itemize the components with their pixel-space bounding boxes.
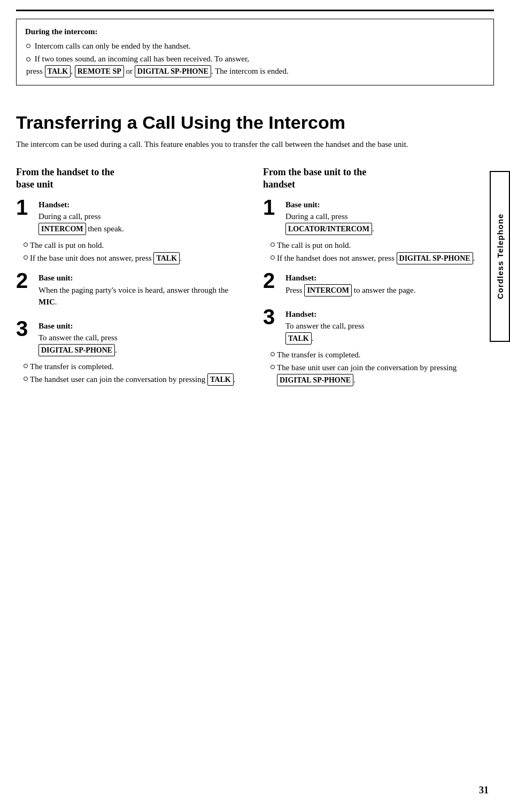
talk-key-s3: TALK <box>207 373 234 386</box>
notice-bullet-2-text: If two tones sound, an incoming call has… <box>26 54 289 75</box>
notice-bullet-2: If two tones sound, an incoming call has… <box>25 53 485 77</box>
sidebar-label: Cordless Telephone <box>490 171 510 342</box>
page-number: 31 <box>479 785 489 796</box>
step-1-bullet-1-text: The call is put on hold. <box>30 239 104 252</box>
right-step-1-subbullets: The call is put on hold. If the handset … <box>263 239 494 265</box>
intercom-key-r2: INTERCOM <box>304 284 352 296</box>
right-step-1-content: Base unit: During a call, press LOCATOR/… <box>285 199 494 235</box>
step-3-subbullets: The transfer is completed. The handset u… <box>16 361 247 386</box>
digital-sp-phone-key-s3: DIGITAL SP-PHONE <box>38 344 115 356</box>
step-1-label: Handset: <box>38 200 69 209</box>
right-step-3-bullet-2: The base unit user can join the conversa… <box>271 362 494 386</box>
bullet-icon-2 <box>24 255 28 260</box>
right-step-3-bullet-1: The transfer is completed. <box>271 349 494 361</box>
bullet-icon-3 <box>24 364 28 368</box>
step-1-bullet-2-text: If the base unit does not answer, press … <box>30 252 182 264</box>
intro-text: The intercom can be used during a call. … <box>16 138 494 151</box>
right-step-number-2: 2 <box>263 270 279 291</box>
left-step-3: 3 Base unit: To answer the call, press D… <box>16 320 247 356</box>
step-2-label: Base unit: <box>38 274 73 282</box>
digital-sp-phone-key: DIGITAL SP-PHONE <box>135 65 211 77</box>
right-step-1-bullet-2: If the handset does not answer, press DI… <box>271 252 494 264</box>
right-step-1-bullet-1-text: The call is put on hold. <box>277 239 351 252</box>
talk-key-r3: TALK <box>285 332 312 345</box>
step-number-1: 1 <box>16 197 32 218</box>
step-1-bullet-1: The call is put on hold. <box>24 239 247 252</box>
right-step-3-bullet-2-text: The base unit user can join the conversa… <box>277 362 494 386</box>
right-step-number-1: 1 <box>263 197 279 218</box>
step-3-bullet-1-text: The transfer is completed. <box>30 361 114 373</box>
right-step-3-subbullets: The transfer is completed. The base unit… <box>263 349 494 386</box>
bullet-circle-icon-2 <box>26 57 30 61</box>
notice-bullet-1: Intercom calls can only be ended by the … <box>25 40 485 52</box>
digital-sp-phone-key-r3: DIGITAL SP-PHONE <box>277 374 353 386</box>
talk-key: TALK <box>45 65 71 77</box>
right-step-1-bullet-1: The call is put on hold. <box>271 239 494 252</box>
bullet-icon-4 <box>24 377 28 381</box>
step-3-bullet-2: The handset user can join the conversati… <box>24 373 247 386</box>
right-step-3-label: Handset: <box>285 310 316 318</box>
left-step-1: 1 Handset: During a call, press INTERCOM… <box>16 199 247 235</box>
talk-key-s1: TALK <box>153 252 180 264</box>
mic-text: MIC <box>38 298 55 306</box>
left-step-2: 2 Base unit: When the paging party's voi… <box>16 272 247 308</box>
bullet-icon-r4 <box>271 365 275 369</box>
step-1-bullet-2: If the base unit does not answer, press … <box>24 252 247 264</box>
right-step-1: 1 Base unit: During a call, press LOCATO… <box>263 199 494 235</box>
right-step-3: 3 Handset: To answer the call, press TAL… <box>263 308 494 345</box>
digital-sp-phone-key-r1: DIGITAL SP-PHONE <box>397 252 473 264</box>
bullet-icon-r3 <box>271 352 275 356</box>
left-column: From the handset to thebase unit 1 Hands… <box>16 166 258 394</box>
right-step-2-content: Handset: Press INTERCOM to answer the pa… <box>285 272 494 296</box>
step-3-content: Base unit: To answer the call, press DIG… <box>38 320 247 356</box>
notice-title: During the intercom: <box>25 26 485 38</box>
step-1-content: Handset: During a call, press INTERCOM t… <box>38 199 247 235</box>
bullet-icon-r1 <box>271 243 275 247</box>
bullet-circle-icon <box>26 44 30 48</box>
step-number-2: 2 <box>16 270 32 291</box>
top-rule <box>16 10 494 11</box>
right-step-3-bullet-1-text: The transfer is completed. <box>277 349 361 361</box>
right-col-title: From the base unit to thehandset <box>263 166 494 191</box>
locator-intercom-key: LOCATOR/INTERCOM <box>285 223 372 235</box>
right-step-3-content: Handset: To answer the call, press TALK. <box>285 308 494 345</box>
two-column-layout: From the handset to thebase unit 1 Hands… <box>16 166 494 394</box>
right-step-1-label: Base unit: <box>285 200 320 209</box>
right-step-1-bullet-2-text: If the handset does not answer, press DI… <box>277 252 475 264</box>
step-1-subbullets: The call is put on hold. If the base uni… <box>16 239 247 265</box>
step-2-content: Base unit: When the paging party's voice… <box>38 272 247 308</box>
notice-box: During the intercom: Intercom calls can … <box>16 19 494 85</box>
right-step-number-3: 3 <box>263 306 279 327</box>
left-col-title: From the handset to thebase unit <box>16 166 247 191</box>
remote-sp-key: REMOTE SP <box>75 65 124 77</box>
sidebar-text: Cordless Telephone <box>496 214 505 299</box>
step-3-bullet-1: The transfer is completed. <box>24 361 247 373</box>
notice-bullet-1-text: Intercom calls can only be ended by the … <box>35 42 191 50</box>
step-3-label: Base unit: <box>38 322 73 330</box>
right-column: From the base unit to thehandset 1 Base … <box>258 166 494 394</box>
step-number-3: 3 <box>16 318 32 339</box>
bullet-icon <box>24 243 28 247</box>
step-3-bullet-2-text: The handset user can join the conversati… <box>30 373 235 386</box>
intercom-key-1: INTERCOM <box>38 223 86 235</box>
right-step-2: 2 Handset: Press INTERCOM to answer the … <box>263 272 494 296</box>
bullet-icon-r2 <box>271 255 275 260</box>
page-title: Transferring a Call Using the Intercom <box>16 112 494 133</box>
right-step-2-label: Handset: <box>285 274 316 282</box>
